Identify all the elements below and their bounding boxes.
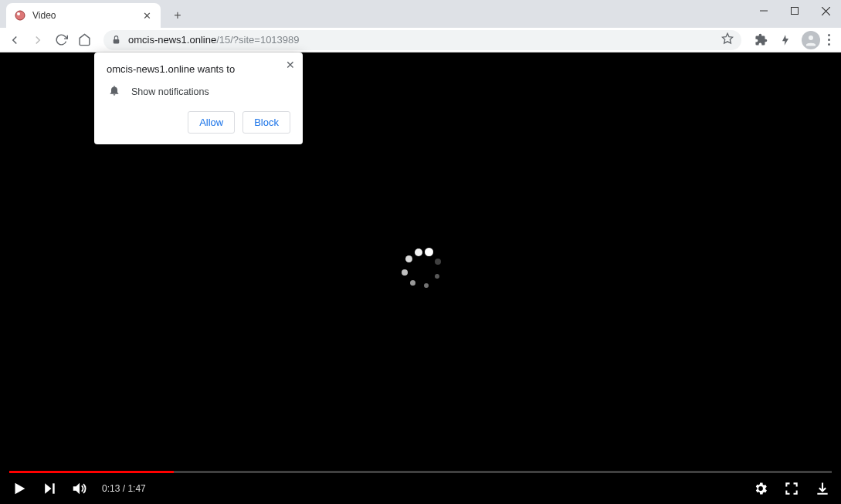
svg-rect-11 [53, 483, 55, 493]
browser-tab[interactable]: Video ✕ [6, 3, 161, 28]
svg-rect-3 [792, 8, 799, 15]
tab-favicon-icon [14, 9, 26, 22]
settings-gear-icon[interactable] [753, 481, 768, 496]
close-popup-icon[interactable]: ✕ [286, 59, 295, 71]
back-button[interactable] [6, 32, 23, 49]
play-button[interactable] [11, 480, 28, 497]
download-button[interactable] [815, 481, 830, 496]
svg-point-8 [809, 36, 813, 40]
url-path-text: /15/?site=1013989 [216, 34, 299, 46]
minimize-button[interactable] [748, 0, 779, 22]
chrome-menu-button[interactable] [828, 34, 830, 46]
volume-button[interactable] [71, 480, 88, 497]
svg-marker-10 [45, 483, 51, 493]
time-total: 1:47 [127, 483, 145, 494]
close-tab-icon[interactable]: ✕ [141, 9, 153, 22]
notification-permission-popup: ✕ omcis-news1.online wants to Show notif… [94, 52, 303, 144]
address-bar[interactable]: omcis-news1.online/15/?site=1013989 [103, 30, 741, 50]
loading-spinner-icon [399, 248, 443, 291]
svg-marker-9 [15, 483, 25, 495]
video-time-display: 0:13 / 1:47 [102, 483, 146, 494]
block-button[interactable]: Block [242, 111, 290, 134]
forward-button[interactable] [29, 32, 46, 49]
svg-marker-12 [73, 483, 80, 495]
notification-icon[interactable] [777, 32, 794, 49]
browser-titlebar: Video ✕ + [0, 0, 841, 28]
extensions-icon[interactable] [752, 32, 769, 49]
svg-point-0 [15, 11, 25, 20]
bell-icon [108, 84, 120, 99]
bookmark-star-icon[interactable] [721, 32, 734, 47]
allow-button[interactable]: Allow [188, 111, 235, 134]
home-button[interactable] [76, 32, 93, 49]
permission-origin-text: omcis-news1.online wants to [107, 63, 290, 75]
new-tab-button[interactable]: + [167, 5, 188, 26]
svg-marker-7 [722, 33, 732, 43]
permission-request-text: Show notifications [131, 86, 209, 97]
fullscreen-button[interactable] [784, 481, 799, 496]
url-domain-text: omcis-news1.online [128, 34, 216, 46]
time-current: 0:13 [102, 483, 120, 494]
time-separator: / [120, 483, 127, 494]
browser-toolbar: omcis-news1.online/15/?site=1013989 [0, 28, 841, 52]
close-window-button[interactable] [810, 0, 841, 22]
reload-button[interactable] [53, 32, 70, 49]
lock-icon [111, 35, 122, 46]
window-controls [748, 0, 841, 23]
next-button[interactable] [42, 481, 57, 496]
profile-avatar[interactable] [802, 31, 820, 49]
maximize-button[interactable] [779, 0, 810, 22]
svg-point-1 [17, 12, 20, 15]
video-controls: 0:13 / 1:47 [0, 473, 841, 504]
svg-rect-6 [114, 39, 120, 42]
tab-title: Video [32, 10, 141, 21]
